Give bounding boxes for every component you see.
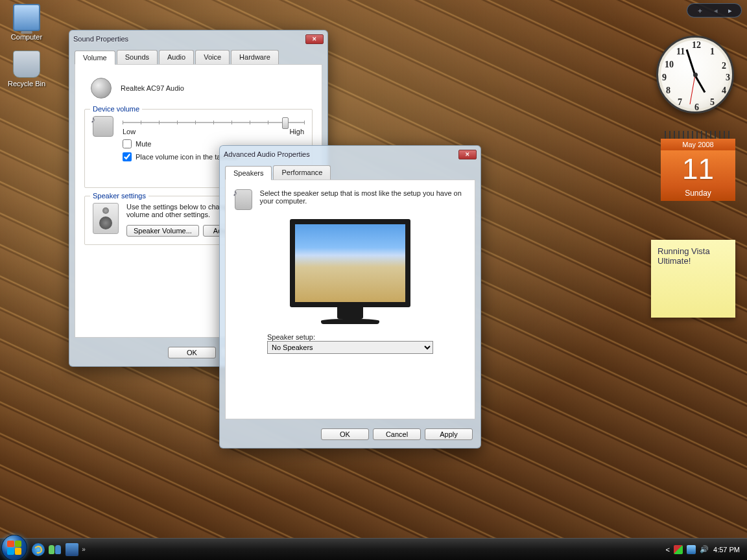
recycle-bin-icon [13,51,40,78]
tab-speakers[interactable]: Speakers [225,166,272,180]
speaker-setup-graphic [290,219,410,324]
note-text: Running Vista Ultimate! [658,246,729,266]
tab-voice[interactable]: Voice [195,50,230,64]
desktop-icon-computer[interactable]: Computer [4,4,49,41]
volume-icon [93,116,113,137]
tray-network-icon[interactable] [687,545,696,554]
tab-hardware[interactable]: Hardware [231,50,279,64]
tray-volume-icon[interactable]: 🔊 [700,545,709,554]
group-title: Device volume [90,105,142,113]
slider-thumb[interactable] [282,117,289,129]
ok-button[interactable]: OK [321,428,369,440]
audio-device-name: Realtek AC97 Audio [121,84,184,92]
notes-gadget[interactable]: Running Vista Ultimate! [651,240,735,318]
start-button[interactable] [1,535,27,561]
speaker-device-icon [91,78,112,99]
system-tray: < 🔊 4:57 PM [664,545,747,554]
calendar-gadget[interactable]: May 2008 11 Sunday [661,131,735,201]
sidebar-prev-button[interactable]: ◂ [714,6,718,15]
quicklaunch-show-desktop-icon[interactable] [65,543,78,556]
speakers-icon [93,203,119,234]
tab-strip: Speakers Performance [220,163,480,180]
speaker-setup-label: Speaker setup: [267,333,433,341]
tray-clock[interactable]: 4:57 PM [713,546,740,554]
quicklaunch-chevron-icon[interactable]: » [80,546,87,553]
minute-hand [686,49,696,76]
taskbar: » < 🔊 4:57 PM [0,538,747,560]
tab-audio[interactable]: Audio [159,50,194,64]
close-button[interactable]: ✕ [458,150,477,159]
ok-button[interactable]: OK [168,347,216,358]
titlebar[interactable]: Advanced Audio Properties ✕ [220,146,480,163]
tab-strip: Volume Sounds Audio Voice Hardware [69,47,327,64]
calendar-month: May 2008 [661,139,735,150]
tray-security-icon[interactable] [674,545,683,554]
speaker-setup-icon [235,189,252,210]
sidebar-controls: ＋ ◂ ▸ [687,3,742,18]
close-button[interactable]: ✕ [305,34,324,44]
desktop-icon-label: Recycle Bin [4,80,49,88]
slider-label-high: High [289,128,304,135]
calendar-day-number: 11 [661,150,735,187]
tab-volume[interactable]: Volume [75,51,115,65]
quicklaunch-ie-icon[interactable] [32,543,45,556]
quicklaunch-messenger-icon[interactable] [49,543,62,556]
tab-panel: Select the speaker setup that is most li… [225,180,475,419]
volume-slider[interactable] [123,119,304,126]
slider-label-low: Low [123,128,136,135]
window-title: Advanced Audio Properties [224,150,458,158]
group-title: Speaker settings [90,192,148,200]
cancel-button[interactable]: Cancel [373,428,421,440]
hour-hand [694,75,706,93]
windows-logo-icon [7,541,21,555]
tab-sounds[interactable]: Sounds [117,50,158,64]
calendar-spiral-icon [665,131,731,139]
desktop-icon-label: Computer [4,33,49,41]
apply-button[interactable]: Apply [425,428,473,440]
speaker-setup-select[interactable]: No Speakers [267,341,433,354]
window-advanced-audio[interactable]: Advanced Audio Properties ✕ Speakers Per… [219,145,481,449]
calendar-day-of-week: Sunday [661,187,735,201]
clock-gadget[interactable]: 12 1 2 3 4 5 6 7 8 9 10 11 [656,36,734,113]
sidebar-next-button[interactable]: ▸ [728,6,732,15]
speaker-volume-button[interactable]: Speaker Volume... [126,225,199,237]
desktop-icon-recycle-bin[interactable]: Recycle Bin [4,51,49,88]
sidebar-add-gadget-button[interactable]: ＋ [696,6,704,16]
tab-performance[interactable]: Performance [273,165,331,180]
dialog-buttons: OK Cancel Apply [220,425,480,448]
second-hand [690,75,696,104]
instruction-text: Select the speaker setup that is most li… [260,189,466,205]
computer-icon [13,4,40,31]
window-title: Sound Properties [73,35,305,43]
tray-chevron-icon[interactable]: < [666,546,670,554]
titlebar[interactable]: Sound Properties ✕ [69,30,327,47]
